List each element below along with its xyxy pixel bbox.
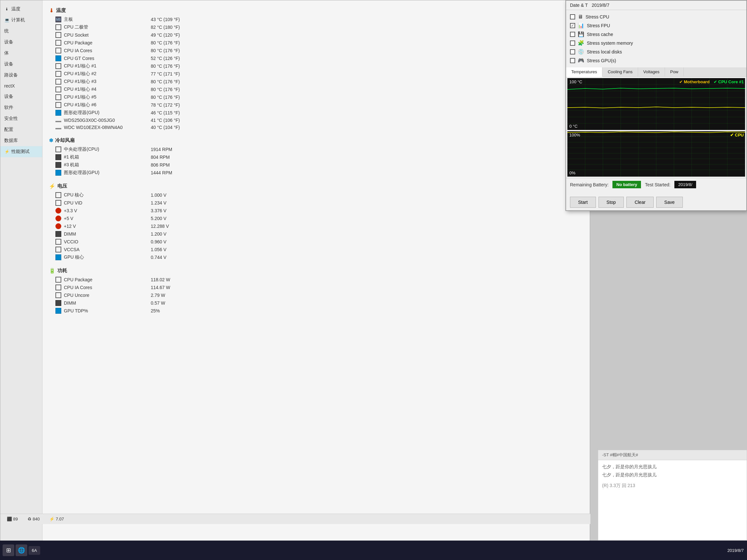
temp-row-3[interactable]: CPU IA Cores 80 °C (176 °F) [49,47,583,54]
cpu-diode-label: CPU 二极管 [64,24,148,30]
tab-cooling-fans[interactable]: Cooling Fans [602,68,638,77]
wdc-label: WDC WD10EZEX-08WN4A0 [64,125,148,130]
volt-cpu-core-row[interactable]: CPU 核心 1.000 V [49,191,583,199]
stress-cache-row[interactable]: 💾 Stress cache [570,30,743,38]
stress-cpu-checkbox[interactable] [570,14,575,20]
volt-gpu-core-row[interactable]: GPU 核心 0.744 V [49,254,583,261]
fan-case3-icon [55,162,61,168]
tab-power[interactable]: Pow [665,68,684,77]
pwr-cpu-ia-row[interactable]: CPU IA Cores 114.67 W [49,284,583,291]
sidebar-item-body[interactable]: 体 [0,48,42,59]
counter-840: ♻ 840 [28,516,40,522]
volt-3v3-row[interactable]: +3.3 V 3.376 V [49,207,583,215]
core3-label: CPU #1/核心 #3 [64,79,148,85]
stress-disk-checkbox[interactable] [570,49,575,54]
sidebar-item-dev2[interactable]: 设备 [0,91,42,102]
volt-5v-row[interactable]: +5 V 5.200 V [49,215,583,222]
sidebar-item-equipment[interactable]: 设备 [0,59,42,70]
fan-gpu-label: 图形处理器(GPU) [64,170,148,176]
temp-row-wds[interactable]: WDS250G3X0C-00SJG0 41 °C (106 °F) [49,117,583,124]
temp-row-8[interactable]: CPU #1/核心 #4 80 °C (176 °F) [49,85,583,93]
pwr-cpu-unc-label: CPU Uncore [64,293,148,298]
stress-mem-checkbox[interactable] [570,41,575,46]
counter-89: ⬛ 89 [7,516,18,522]
pwr-cpu-pkg-row[interactable]: CPU Package 118.02 W [49,276,583,284]
pwr-dimm-row[interactable]: DIMM 0.57 W [49,299,583,307]
volt-dimm-row[interactable]: DIMM 1.200 V [49,230,583,238]
stress-cache-checkbox[interactable] [570,32,575,37]
motherboard-icon: MB [55,17,61,22]
stress-cpu-label: Stress CPU [586,14,609,20]
temp-row-9[interactable]: CPU #1/核心 #5 80 °C (176 °F) [49,93,583,101]
windows-start-button[interactable]: ⊞ [3,544,14,556]
fan-case3-row[interactable]: #3 机箱 806 RPM [49,161,583,169]
pwr-cpu-ia-label: CPU IA Cores [64,285,148,290]
pwr-gpu-tdp-row[interactable]: GPU TDP% 25% [49,307,583,315]
fan-cpu-row[interactable]: 中央处理器(CPU) 1914 RPM [49,145,583,153]
sidebar-item-config[interactable]: 配置 [0,124,42,135]
fan-case1-row[interactable]: #1 机箱 804 RPM [49,153,583,161]
fan-case1-value: 804 RPM [151,155,203,160]
volt-vccsa-label: VCCSA [64,247,148,252]
sidebar-item-directx[interactable]: rectX [0,81,42,91]
tab-voltages[interactable]: Voltages [638,68,665,77]
sidebar-item-benchmark[interactable]: ⚡ 性能测试 [0,146,42,157]
temp-row-2[interactable]: CPU Package 80 °C (176 °F) [49,39,583,47]
cpu-diode-value: 82 °C (180 °F) [151,25,203,30]
stop-button[interactable]: Stop [598,197,624,208]
sidebar-item-temperature[interactable]: 🌡 温度 [0,4,42,15]
sidebar-item-network[interactable]: 路设备 [0,70,42,81]
core4-icon [55,86,61,92]
volt-vccio-row[interactable]: VCCIO 0.960 V [49,238,583,246]
volt-vccsa-value: 1.056 V [151,247,203,252]
volt-12v-value: 12.288 V [151,223,203,229]
sidebar-item-sys[interactable]: 统 [0,26,42,36]
stress-disk-label: Stress local disks [587,49,622,54]
sidebar-item-software[interactable]: 软件 [0,102,42,113]
sidebar-item-security[interactable]: 安全性 [0,113,42,124]
stress-gpu-row[interactable]: 🎮 Stress GPU(s) [570,56,743,65]
pwr-cpu-unc-row[interactable]: CPU Uncore 2.79 W [49,291,583,299]
tab-temperatures[interactable]: Temperatures [566,68,602,77]
browser-icon[interactable]: 🌐 [16,544,27,556]
taskbar-time: 2019/8/7 [727,548,744,553]
temp-row-6[interactable]: CPU #1/核心 #2 77 °C (171 °F) [49,70,583,78]
taskbar-app-btn[interactable]: 6A [28,546,40,555]
stress-cpu-row[interactable]: 🖥 Stress CPU [570,12,743,21]
temp-row-5[interactable]: CPU #1/核心 #1 80 °C (176 °F) [49,62,583,70]
volt-vccsa-row[interactable]: VCCSA 1.056 V [49,246,583,254]
volt-cpu-vid-row[interactable]: CPU VID 1.234 V [49,199,583,207]
stress-gpu-icon: 🎮 [578,57,584,63]
stress-disk-row[interactable]: 💿 Stress local disks [570,47,743,56]
stress-gpu-checkbox[interactable] [570,58,575,63]
sidebar-item-database[interactable]: 数据库 [0,135,42,146]
stress-fpu-row[interactable]: 📊 Stress FPU [570,21,743,30]
volt-12v-row[interactable]: +12 V 12.288 V [49,222,583,230]
motherboard-row[interactable]: MB 主板 43 °C (109 °F) [49,16,583,23]
chat-header: -ST #帽#中国航天# [598,450,747,460]
sidebar-item-computer[interactable]: 💻 计算机 [0,15,42,26]
stress-fpu-icon: 📊 [578,22,584,28]
temp-row-gpu[interactable]: 图形处理器(GPU) 46 °C (115 °F) [49,109,583,117]
temp-row-7[interactable]: CPU #1/核心 #3 80 °C (176 °F) [49,78,583,85]
taskbar: ⊞ 🌐 6A 2019/8/7 [0,540,747,560]
fan-gpu-row[interactable]: 图形处理器(GPU) 1444 RPM [49,169,583,177]
volt-gpu-core-label: GPU 核心 [64,255,148,260]
temp-row-wdc[interactable]: WDC WD10EZEX-08WN4A0 40 °C (104 °F) [49,124,583,131]
start-button[interactable]: Start [570,197,596,208]
volt-vccio-value: 0.960 V [151,239,203,244]
sidebar-item-devices[interactable]: 设备 [0,36,42,48]
volt-gpu-core-icon [55,255,61,260]
temp-row-1[interactable]: CPU Socket 49 °C (120 °F) [49,31,583,39]
stress-fpu-checkbox[interactable] [570,23,575,28]
pwr-cpu-ia-icon [55,285,61,290]
temp-row-10[interactable]: CPU #1/核心 #6 78 °C (172 °F) [49,101,583,109]
clear-button[interactable]: Clear [626,197,653,208]
temp-row-0[interactable]: CPU 二极管 82 °C (180 °F) [49,23,583,31]
temp-row-4[interactable]: CPU GT Cores 52 °C (126 °F) [49,54,583,62]
voltage-icon: ⚡ [49,183,55,189]
save-button[interactable]: Save [656,197,683,208]
gpu-temp-icon [55,110,61,116]
pwr-gpu-tdp-icon [55,308,61,314]
stress-mem-row[interactable]: 🧩 Stress system memory [570,38,743,47]
